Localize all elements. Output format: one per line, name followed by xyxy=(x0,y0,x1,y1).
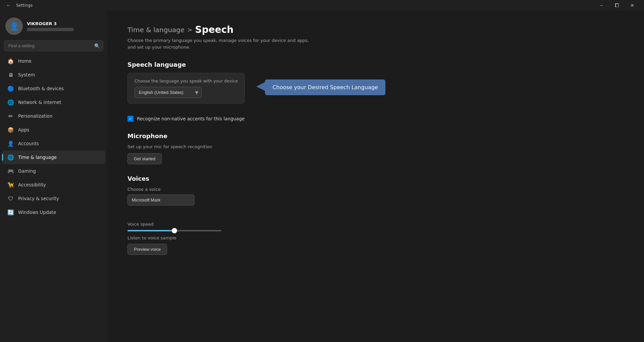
sidebar-item-windows-update[interactable]: 🔄Windows Update xyxy=(2,206,105,219)
privacy-icon: 🛡 xyxy=(7,195,14,202)
slider-thumb[interactable] xyxy=(172,228,177,233)
breadcrumb-current: Speech xyxy=(195,24,233,35)
language-select[interactable]: English (United States) English (United … xyxy=(135,87,202,98)
time-icon: 🌐 xyxy=(7,154,14,161)
sidebar-item-personalization[interactable]: ✏️Personalization xyxy=(2,109,105,123)
callout-arrow xyxy=(256,82,266,91)
back-button[interactable]: ← xyxy=(4,1,13,10)
sidebar-item-home[interactable]: 🏠Home xyxy=(2,54,105,68)
sidebar: 👤 VIKROGER 3 🔍 🏠Home🖥System🔵Bluetooth & … xyxy=(0,11,107,342)
sidebar-item-bluetooth[interactable]: 🔵Bluetooth & devices xyxy=(2,82,105,95)
voice-select-wrapper: Microsoft Mark Microsoft David Microsoft… xyxy=(127,194,624,214)
sidebar-item-label: Network & internet xyxy=(18,100,61,105)
sidebar-item-accounts[interactable]: 👤Accounts xyxy=(2,137,105,150)
sidebar-item-label: Home xyxy=(18,58,32,64)
sidebar-item-apps[interactable]: 📦Apps xyxy=(2,123,105,136)
breadcrumb: Time & language > Speech xyxy=(127,24,624,35)
sidebar-item-label: Personalization xyxy=(18,113,52,119)
accent-checkbox[interactable]: ✓ xyxy=(127,116,133,122)
avatar: 👤 xyxy=(5,17,23,35)
sidebar-item-system[interactable]: 🖥System xyxy=(2,68,105,81)
language-select-wrapper: English (United States) English (United … xyxy=(135,87,202,98)
sidebar-item-label: Apps xyxy=(18,127,29,132)
breadcrumb-parent: Time & language xyxy=(127,26,184,34)
close-button[interactable]: ✕ xyxy=(625,0,640,11)
user-section: 👤 VIKROGER 3 xyxy=(0,11,107,40)
voice-speed-slider[interactable] xyxy=(127,230,221,231)
preview-voice-button[interactable]: Preview voice xyxy=(127,244,167,255)
windows-update-icon: 🔄 xyxy=(7,209,14,216)
voices-label: Choose a voice xyxy=(127,187,624,192)
sidebar-item-label: Privacy & security xyxy=(18,196,59,201)
voices-title: Voices xyxy=(127,175,624,182)
bluetooth-icon: 🔵 xyxy=(7,85,14,92)
apps-icon: 📦 xyxy=(7,126,14,133)
app-body: 👤 VIKROGER 3 🔍 🏠Home🖥System🔵Bluetooth & … xyxy=(0,11,644,342)
nav-items: 🏠Home🖥System🔵Bluetooth & devices🌐Network… xyxy=(0,54,107,342)
sidebar-item-gaming[interactable]: 🎮Gaming xyxy=(2,164,105,178)
checkbox-check-icon: ✓ xyxy=(129,116,132,121)
search-box: 🔍 xyxy=(4,40,103,51)
breadcrumb-separator: > xyxy=(187,26,192,33)
microphone-title: Microphone xyxy=(127,132,624,139)
sidebar-item-label: System xyxy=(18,72,35,77)
sidebar-item-label: Gaming xyxy=(18,168,36,174)
checkbox-row: ✓ Recognize non-native accents for this … xyxy=(127,116,624,122)
restore-button[interactable]: ⧠ xyxy=(609,0,625,11)
titlebar-title: Settings xyxy=(16,3,33,8)
sidebar-item-label: Accessibility xyxy=(18,182,46,187)
voice-speed-label: Voice speed xyxy=(127,222,624,227)
sidebar-item-label: Bluetooth & devices xyxy=(18,86,64,91)
user-subtitle xyxy=(27,28,74,31)
user-info: VIKROGER 3 xyxy=(27,21,102,31)
callout-container: Choose your Desired Speech Language xyxy=(265,79,385,95)
sidebar-item-label: Windows Update xyxy=(18,210,56,215)
accessibility-icon: 🦮 xyxy=(7,181,14,188)
sidebar-item-accessibility[interactable]: 🦮Accessibility xyxy=(2,178,105,191)
gaming-icon: 🎮 xyxy=(7,168,14,174)
speech-language-card-label: Choose the language you speak with your … xyxy=(135,78,238,83)
sidebar-item-time[interactable]: 🌐Time & language xyxy=(2,151,105,164)
username: VIKROGER 3 xyxy=(27,21,102,26)
sidebar-item-network[interactable]: 🌐Network & internet xyxy=(2,96,105,109)
speech-lang-row: Choose the language you speak with your … xyxy=(127,73,624,110)
checkbox-label: Recognize non-native accents for this la… xyxy=(137,116,245,121)
accounts-icon: 👤 xyxy=(7,140,14,147)
callout-bubble: Choose your Desired Speech Language xyxy=(265,79,385,95)
mic-description: Set up your mic for speech recognition xyxy=(127,144,624,149)
home-icon: 🏠 xyxy=(7,58,14,64)
titlebar: ← Settings − ⧠ ✕ xyxy=(0,0,644,11)
search-icon: 🔍 xyxy=(94,43,100,49)
listen-label: Listen to voice sample xyxy=(127,235,624,240)
sidebar-item-label: Time & language xyxy=(18,155,57,160)
minimize-button[interactable]: − xyxy=(594,0,609,11)
network-icon: 🌐 xyxy=(7,99,14,106)
speech-language-title: Speech language xyxy=(127,61,624,68)
personalization-icon: ✏️ xyxy=(7,113,14,119)
slider-fill xyxy=(127,230,174,231)
get-started-button[interactable]: Get started xyxy=(127,153,162,164)
speech-language-card: Choose the language you speak with your … xyxy=(127,73,245,104)
titlebar-controls: − ⧠ ✕ xyxy=(594,0,640,11)
voice-select[interactable]: Microsoft Mark Microsoft David Microsoft… xyxy=(127,194,195,206)
titlebar-left: ← Settings xyxy=(4,1,33,10)
page-description: Choose the primary language you speak, m… xyxy=(127,37,312,50)
sidebar-item-privacy[interactable]: 🛡Privacy & security xyxy=(2,192,105,205)
system-icon: 🖥 xyxy=(7,71,14,78)
sidebar-item-label: Accounts xyxy=(18,141,39,146)
search-input[interactable] xyxy=(4,40,103,51)
main-content: Time & language > Speech Choose the prim… xyxy=(107,11,644,342)
